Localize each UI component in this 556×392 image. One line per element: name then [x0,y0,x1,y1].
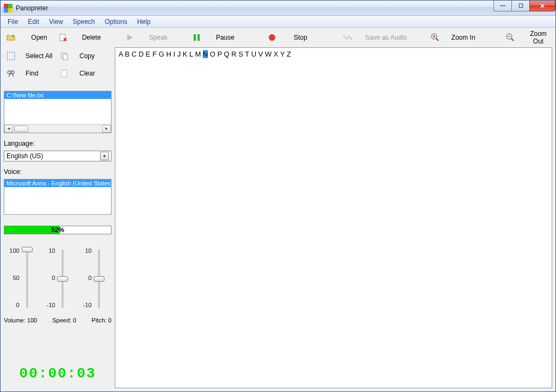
svg-rect-12 [61,70,67,77]
language-label: Language: [4,140,112,147]
voice-list[interactable]: Microsoft Anna - English (United States) [4,179,112,215]
timer-value: 00:00:03 [20,365,96,382]
menu-help[interactable]: Help [132,17,156,27]
close-button[interactable]: ✕ [529,1,555,11]
window-controls: — ☐ ✕ [494,1,555,11]
volume-min: 0 [16,302,20,308]
play-icon [125,34,135,41]
speak-label: Speak [145,34,172,41]
progress-text: 52% [4,226,111,234]
stop-label: Stop [287,34,314,41]
speed-min: -10 [47,302,55,308]
file-list-item[interactable]: C:\New file.txt [4,91,111,99]
zoom-out-label: Zoom Out [524,30,552,45]
minimize-button[interactable]: — [493,1,512,11]
svg-rect-9 [63,54,67,60]
select-all-label: Select All [26,52,52,60]
chevron-down-icon[interactable]: ▼ [100,152,109,160]
maximize-button[interactable]: ☐ [511,1,530,11]
save-audio-label: Save as Audio [362,34,410,41]
find-label: Find [26,70,38,77]
pitch-slider[interactable] [93,250,105,308]
find-icon [6,69,16,78]
app-icon [4,4,13,13]
clear-label: Clear [79,70,95,77]
volume-mid: 50 [13,275,19,281]
speed-slider[interactable] [57,250,69,308]
file-list-scrollbar[interactable]: ◄ ► [4,124,111,133]
titlebar[interactable]: Panopreter — ☐ ✕ [1,1,555,16]
svg-point-0 [12,35,14,37]
copy-icon [60,52,70,60]
open-label: Open [26,34,53,41]
editor-highlight: N [203,50,208,58]
file-list[interactable]: C:\New file.txt ◄ ► [4,91,112,133]
delete-button[interactable]: Delete [56,29,108,46]
volume-readout: Volume: 100 [4,317,37,323]
text-editor[interactable]: A B C D E F G H I J K L M N O P Q R S T … [115,47,552,388]
app-window: Panopreter — ☐ ✕ File Edit View Speech O… [0,0,556,392]
stop-icon [267,34,277,41]
delete-label: Delete [78,34,105,41]
find-button[interactable]: Find [4,65,58,82]
copy-button[interactable]: Copy [58,47,112,65]
speed-readout: Speed: 0 [52,317,76,323]
voice-label: Voice: [4,168,112,176]
open-icon [6,33,16,42]
pitch-thumb[interactable] [94,276,104,282]
speed-max: 10 [48,247,55,254]
clear-icon [60,69,70,78]
sliders: 100 50 0 10 0 [4,247,112,308]
open-button[interactable]: Open [4,29,56,46]
editor-text-pre: A B C D E F G H I J K L M [119,50,203,58]
sidebar: Select All Copy Find [1,47,115,391]
pause-icon [192,34,202,41]
menubar: File Edit View Speech Options Help [1,16,555,28]
svg-rect-2 [194,34,196,41]
zoom-in-icon [430,33,440,42]
select-all-button[interactable]: Select All [4,47,58,65]
volume-max: 100 [9,247,19,254]
scroll-left-icon[interactable]: ◄ [4,125,13,133]
language-select[interactable]: English (US) ▼ [4,151,112,161]
zoom-out-button[interactable]: Zoom Out [503,29,555,46]
toolbar: Open Delete Speak Pause Stop [1,28,555,47]
menu-edit[interactable]: Edit [23,17,44,27]
speed-thumb[interactable] [57,276,68,282]
pitch-max: 10 [85,247,91,254]
speak-button[interactable]: Speak [123,29,175,46]
delete-icon [58,33,68,42]
app-title: Panopreter [16,4,48,12]
zoom-out-icon [505,33,515,42]
select-all-icon [6,52,16,60]
menu-speech[interactable]: Speech [68,17,100,27]
copy-label: Copy [79,52,95,60]
clear-button[interactable]: Clear [58,65,112,82]
scroll-right-icon[interactable]: ► [102,125,111,133]
pitch-readout: Pitch: 0 [91,317,112,323]
save-audio-button[interactable]: Save as Audio [341,29,413,46]
editor-text-post: O P Q R S T U V W X Y Z [208,50,291,58]
language-value: English (US) [7,152,100,160]
svg-point-10 [8,71,11,74]
volume-thumb[interactable] [22,247,33,252]
menu-options[interactable]: Options [100,17,132,27]
svg-point-4 [269,34,275,41]
svg-point-11 [11,71,14,74]
zoom-in-button[interactable]: Zoom In [428,29,480,46]
pitch-min: -10 [83,302,92,308]
pitch-mid: 0 [88,275,91,281]
pause-label: Pause [212,34,239,41]
timer: 00:00:03 [4,361,112,388]
scroll-thumb[interactable] [14,126,28,132]
stop-button[interactable]: Stop [265,29,317,46]
speed-mid: 0 [52,275,55,281]
progress-bar: 52% [4,226,112,234]
zoom-in-label: Zoom In [450,34,477,41]
voice-list-item[interactable]: Microsoft Anna - English (United States) [4,179,111,187]
volume-slider[interactable] [21,250,33,308]
menu-view[interactable]: View [44,17,68,27]
menu-file[interactable]: File [3,17,23,27]
pause-button[interactable]: Pause [190,29,242,46]
wave-icon [343,34,353,41]
